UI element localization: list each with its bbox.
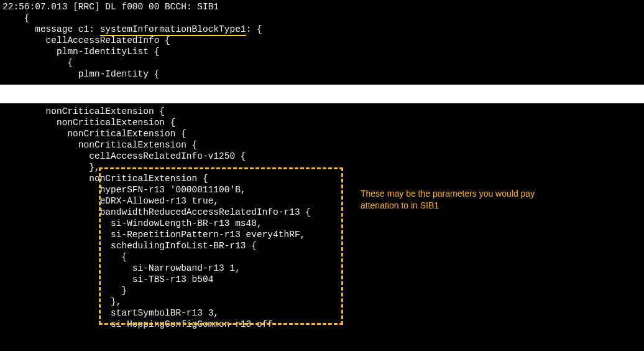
cell-access-related-info-v1250: cellAccessRelatedInfo-v1250 { [2, 151, 246, 161]
annotation-text: These may be the parameters you would pa… [361, 188, 597, 212]
si-narrowband-r13: si-Narrowband-r13 1, [2, 263, 241, 273]
log-block-bottom: nonCriticalExtension { nonCriticalExtens… [0, 106, 311, 330]
plmn-identity: plmn-Identity { [2, 69, 159, 79]
start-symbol-br-r13: startSymbolBR-r13 3, [2, 308, 219, 318]
cell-access-related-info: cellAccessRelatedInfo { [2, 35, 170, 45]
si-tbs-r13: si-TBS-r13 b504 [2, 274, 213, 284]
brace: { [2, 58, 73, 68]
noncritical-ext: nonCriticalExtension { [2, 129, 186, 139]
si-hopping-config-common-r13: si-HoppingConfigCommon-r13 off [2, 319, 273, 329]
bandwidth-reduced-access-info-r13: bandwidthReducedAccessRelatedInfo-r13 { [2, 207, 311, 217]
message-line: message c1: systemInformationBlockType1:… [2, 24, 262, 36]
si-window-length-br-r13: si-WindowLength-BR-r13 ms40, [2, 218, 262, 228]
noncritical-ext: nonCriticalExtension { [2, 106, 165, 116]
log-block-top: 22:56:07.013 [RRC] DL f000 00 BCCH: SIB1… [0, 0, 262, 80]
message-name-highlight: systemInformationBlockType1 [100, 24, 246, 36]
hypersfn-r13: hyperSFN-r13 '0000011100'B, [2, 185, 246, 195]
edrx-allowed-r13: eDRX-Allowed-r13 true, [2, 196, 219, 206]
scheduling-info-list-br-r13: schedulingInfoList-BR-r13 { [2, 241, 257, 251]
brace-close: }, [2, 297, 121, 307]
brace-close: }, [2, 162, 100, 172]
noncritical-ext: nonCriticalExtension { [2, 118, 175, 128]
brace: { [2, 13, 30, 23]
brace-close: } [2, 286, 127, 296]
brace: { [2, 252, 127, 262]
noncritical-ext: nonCriticalExtension { [2, 174, 208, 184]
plmn-identity-list: plmn-IdentityList { [2, 47, 159, 57]
noncritical-ext: nonCriticalExtension { [2, 140, 197, 150]
log-header: 22:56:07.013 [RRC] DL f000 00 BCCH: SIB1 [2, 2, 219, 12]
si-repetition-pattern-r13: si-RepetitionPattern-r13 every4thRF, [2, 230, 305, 240]
section-gap [0, 85, 644, 103]
